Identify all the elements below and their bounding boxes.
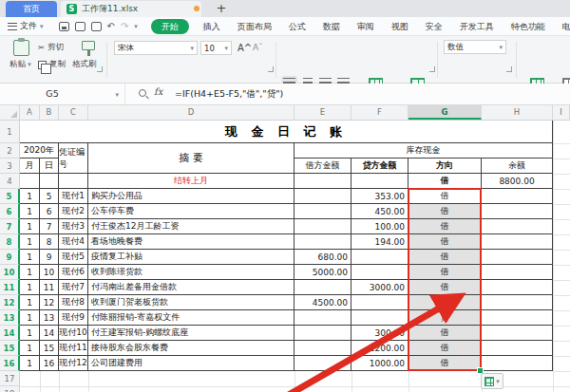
new-tab-button[interactable]: + [213,0,230,17]
file-menu-button[interactable]: 文件 ▾ [0,17,49,36]
cell-C16[interactable]: 现付12 [59,356,88,371]
row-header-1[interactable]: 1 [0,121,20,143]
cell-A14[interactable]: 1 [20,326,40,341]
print-icon[interactable] [75,22,86,31]
cell-B10[interactable]: 10 [40,265,59,280]
cell-C11[interactable]: 现付7 [59,280,88,295]
formula-input[interactable]: =IF(H4+E5-F5,"借","贷") [175,88,283,101]
row-header-16[interactable]: 16 [0,356,20,371]
font-dialog-launcher[interactable] [268,66,274,72]
save-icon[interactable] [59,22,69,31]
cell-D6[interactable]: 公车停车费 [88,204,294,219]
cell-B7[interactable]: 7 [40,219,59,234]
cell-G14[interactable]: 借 [408,326,482,341]
cell-D12[interactable]: 收到厦门贺老板货款 [88,295,294,310]
row-header-11[interactable]: 11 [0,280,20,295]
row-header-4[interactable]: 4 [0,174,20,189]
cell-A8[interactable]: 1 [20,234,40,250]
row-header-9[interactable]: 9 [0,250,20,265]
menu-item-3[interactable]: 公式 [280,17,314,36]
cell-B16[interactable]: 16 [40,356,59,371]
cell-E7[interactable] [294,219,352,234]
copy-button[interactable]: 复制 [38,59,66,70]
cell-C5[interactable]: 现付1 [59,189,88,204]
cell-G11[interactable]: 借 [408,280,482,295]
row-header-7[interactable]: 7 [0,219,20,234]
menu-item-9[interactable]: 特色功能 [503,17,554,36]
search-icon[interactable] [139,89,146,97]
cell-H5[interactable] [482,189,553,204]
cell-G7[interactable]: 借 [408,219,482,234]
credit-header[interactable]: 贷方金额 [352,159,408,174]
cell-G15[interactable]: 借 [408,341,482,356]
cell-D10[interactable]: 收到陈璟货款 [88,265,294,280]
column-header-D[interactable]: D [88,105,294,120]
cell-G10[interactable]: 借 [408,265,482,280]
number-dialog-launcher[interactable] [506,66,512,72]
home-tab[interactable]: 首页 [6,1,57,17]
cell-E6[interactable] [294,204,352,219]
decrease-font-icon[interactable]: Aˇ [253,43,263,52]
column-header-B[interactable]: B [40,105,59,120]
cell-D5[interactable]: 购买办公用品 [88,189,294,204]
voucher-header[interactable]: 凭证编号 [59,143,88,174]
column-header-E[interactable]: E [294,105,352,120]
cell-B14[interactable]: 14 [40,326,59,341]
cell-A9[interactable]: 1 [20,250,40,265]
cell-G12[interactable]: 借 [408,295,482,310]
insert-function-icon[interactable]: fx [154,86,162,97]
cell-A15[interactable]: 1 [20,341,40,356]
cell-D11[interactable]: 付冯南出差备用金借款 [88,280,294,295]
cell-F6[interactable]: 450.00 [352,204,408,219]
cell-H13[interactable] [482,310,553,326]
year-header[interactable]: 2020年 [20,143,59,159]
row-header-2[interactable]: 2 [0,143,20,159]
cell-D9[interactable]: 疫情复工补贴 [88,250,294,265]
name-box[interactable]: G5 ▾ [0,84,125,104]
cell-F4[interactable] [352,174,408,189]
clipboard-dialog-launcher[interactable] [97,66,103,72]
cell-E12[interactable]: 4500.00 [294,295,352,310]
cell-H12[interactable] [482,295,553,310]
cell-C4[interactable] [59,174,88,189]
cell-F15[interactable]: 1200.00 [352,341,408,356]
cell-B9[interactable]: 9 [40,250,59,265]
cell-B12[interactable]: 12 [40,295,59,310]
cell-F10[interactable] [352,265,408,280]
cell-F13[interactable] [352,310,408,326]
cell-F12[interactable] [352,295,408,310]
cell-D15[interactable]: 接待股东会股东餐费 [88,341,294,356]
row-header-14[interactable]: 14 [0,326,20,341]
row-header-5[interactable]: 5 [0,189,20,204]
cell-H16[interactable] [482,356,553,371]
column-header-G[interactable]: G [408,105,482,120]
cell-C7[interactable]: 现付3 [59,219,88,234]
cell-E11[interactable] [294,280,352,295]
row-header-12[interactable]: 12 [0,295,20,310]
cell-F8[interactable]: 194.00 [352,234,408,250]
cell-A13[interactable]: 1 [20,310,40,326]
cell-H8[interactable] [482,234,553,250]
column-header-I[interactable]: I [553,105,570,120]
balance-header[interactable]: 余额 [482,159,553,174]
cell-G16[interactable]: 借 [408,356,482,371]
row-header-8[interactable]: 8 [0,234,20,250]
cell-opening-balance[interactable]: 8800.00 [482,174,553,189]
name-box-dropdown-icon[interactable]: ▾ [115,91,119,99]
cell-G13[interactable]: 贷 [408,310,482,326]
cell-E15[interactable] [294,341,352,356]
menu-item-5[interactable]: 审阅 [349,17,383,36]
column-header-C[interactable]: C [59,105,88,120]
cell-B13[interactable]: 13 [40,310,59,326]
cell-A11[interactable]: 1 [20,280,40,295]
column-header-A[interactable]: A [20,105,40,120]
menu-item-10[interactable]: 电子印章 [554,17,570,36]
cell-opening-summary[interactable]: 结转上月 [88,174,294,189]
column-header-F[interactable]: F [352,105,408,120]
menu-item-4[interactable]: 数据 [314,17,349,36]
row-header-18[interactable]: 18 [0,386,20,392]
cell-C14[interactable]: 现付10 [59,326,88,341]
cell-B15[interactable]: 15 [40,341,59,356]
cell-A6[interactable]: 1 [20,204,40,219]
day-header[interactable]: 日 [40,159,59,174]
